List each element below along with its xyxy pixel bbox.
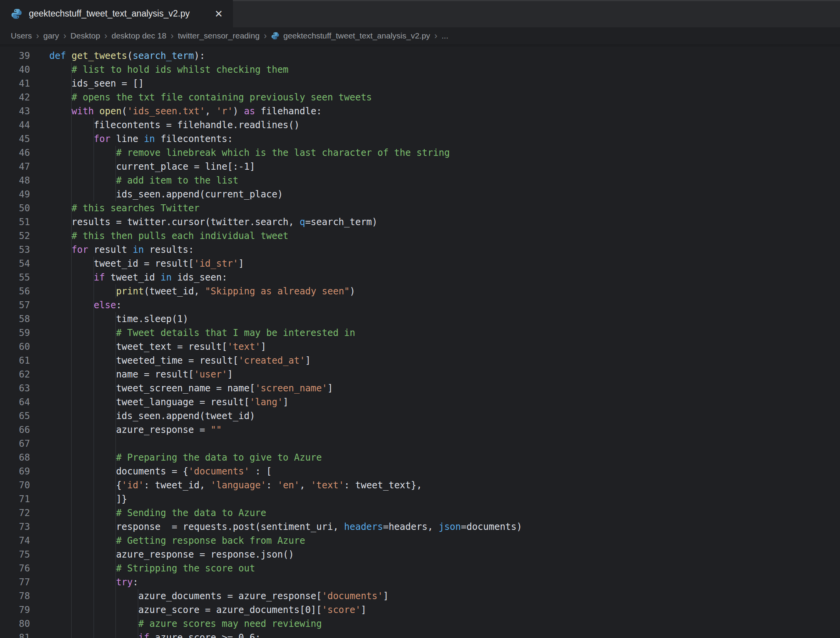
line-number: 71 (0, 492, 30, 506)
indent-guide (72, 478, 94, 492)
code-line: 73response = requests.post(sentiment_uri… (0, 520, 840, 534)
indent-guide (49, 229, 72, 243)
indent-guide (94, 381, 116, 395)
code-text: time.sleep(1) (116, 312, 188, 326)
code-text: try: (116, 575, 138, 589)
indent-guide (49, 63, 72, 77)
code-text: print(tweet_id, "Skipping as already see… (116, 284, 355, 298)
breadcrumb-item[interactable]: twitter_sensor_reading (178, 31, 259, 40)
indent-guide (49, 146, 72, 160)
line-number: 40 (0, 63, 30, 77)
indent-guide (94, 506, 116, 520)
indent-guide (72, 354, 94, 367)
indent-guide (94, 174, 116, 187)
line-number: 45 (0, 132, 30, 146)
code-line: 79azure_score = azure_documents[0]['scor… (0, 603, 840, 617)
code-text: ]} (116, 492, 127, 506)
line-number: 65 (0, 409, 30, 423)
code-line: 58time.sleep(1) (0, 312, 840, 326)
line-number: 48 (0, 174, 30, 187)
indent-guide (116, 617, 138, 631)
indent-guide (94, 284, 116, 298)
tab-active[interactable]: geektechstuff_tweet_text_analysis_v2.py … (0, 0, 233, 27)
line-number: 57 (0, 298, 30, 312)
indent-guide (94, 575, 116, 589)
breadcrumb-separator-icon: › (36, 31, 39, 40)
indent-guide (72, 589, 94, 603)
line-number: 61 (0, 354, 30, 367)
close-icon[interactable]: ✕ (212, 8, 225, 20)
code-text: azure_score = azure_documents[0]['score'… (138, 603, 366, 617)
code-editor[interactable]: 39def get_tweets(search_term):40# list t… (0, 44, 840, 638)
indent-guide (49, 506, 72, 520)
code-text: ids_seen.append(current_place) (116, 187, 283, 201)
indent-guide (72, 160, 94, 174)
code-line: 53for result in results: (0, 243, 840, 257)
indent-guide (49, 561, 72, 575)
indent-guide (94, 312, 116, 326)
breadcrumb-item[interactable]: Users (11, 31, 32, 40)
indent-guide (94, 409, 116, 423)
indent-guide (94, 603, 116, 617)
breadcrumb-item-label: geektechstuff_tweet_text_analysis_v2.py (283, 31, 430, 40)
indent-guide (72, 326, 94, 340)
indent-guide (72, 575, 94, 589)
indent-guide (49, 257, 72, 271)
code-line: 61tweeted_time = result['created_at'] (0, 354, 840, 367)
code-text: # this then pulls each individual tweet (72, 229, 289, 243)
code-text: # add item to the list (116, 174, 238, 187)
indent-guide (49, 340, 72, 354)
breadcrumb-item[interactable]: ... (442, 31, 448, 40)
breadcrumb-separator-icon: › (63, 31, 66, 40)
code-line: 66azure_response = "" (0, 423, 840, 437)
indent-guide (72, 451, 94, 464)
code-text: # opens the txt file containing previous… (72, 90, 372, 104)
tab-bar: geektechstuff_tweet_text_analysis_v2.py … (0, 0, 840, 27)
line-number: 63 (0, 381, 30, 395)
code-text: filecontents = filehandle.readlines() (94, 118, 300, 132)
indent-guide (49, 367, 72, 381)
code-text: # Tweet details that I may be interested… (116, 326, 355, 340)
indent-guide (94, 423, 116, 437)
indent-guide (94, 326, 116, 340)
indent-guide (49, 617, 72, 631)
code-text: tweeted_time = result['created_at'] (116, 354, 311, 367)
code-line: 44filecontents = filehandle.readlines() (0, 118, 840, 132)
code-line: 52# this then pulls each individual twee… (0, 229, 840, 243)
line-number: 43 (0, 104, 30, 118)
line-number: 74 (0, 534, 30, 548)
indent-guide (49, 271, 72, 284)
indent-guide (72, 437, 94, 451)
indent-guide (49, 201, 72, 215)
indent-guide (116, 589, 138, 603)
breadcrumb-item[interactable]: gary (44, 31, 59, 40)
code-line: 71]} (0, 492, 840, 506)
code-text: # Stripping the score out (116, 561, 255, 575)
indent-guide (94, 464, 116, 478)
indent-guide (49, 437, 72, 451)
indent-guide (49, 160, 72, 174)
breadcrumb-item[interactable]: Desktop (70, 31, 100, 40)
indent-guide (116, 603, 138, 617)
code-line: 41ids_seen = [] (0, 77, 840, 90)
code-text: # Sending the data to Azure (116, 506, 266, 520)
line-number: 58 (0, 312, 30, 326)
breadcrumb-item-label: ... (442, 31, 448, 40)
indent-guide (72, 298, 94, 312)
code-text: # this searches Twitter (72, 201, 199, 215)
indent-guide (49, 423, 72, 437)
code-text: def get_tweets(search_term): (49, 49, 205, 63)
indent-guide (72, 423, 94, 437)
line-number: 46 (0, 146, 30, 160)
code-line: 40# list to hold ids whilst checking the… (0, 63, 840, 77)
indent-guide (49, 589, 72, 603)
line-number: 49 (0, 187, 30, 201)
breadcrumb-item[interactable]: desktop dec 18 (112, 31, 166, 40)
line-number: 39 (0, 49, 30, 63)
indent-guide (94, 492, 116, 506)
breadcrumb-item[interactable]: geektechstuff_tweet_text_analysis_v2.py (271, 31, 430, 40)
indent-guide (49, 326, 72, 340)
line-number: 66 (0, 423, 30, 437)
line-number: 55 (0, 271, 30, 284)
indent-guide (72, 132, 94, 146)
